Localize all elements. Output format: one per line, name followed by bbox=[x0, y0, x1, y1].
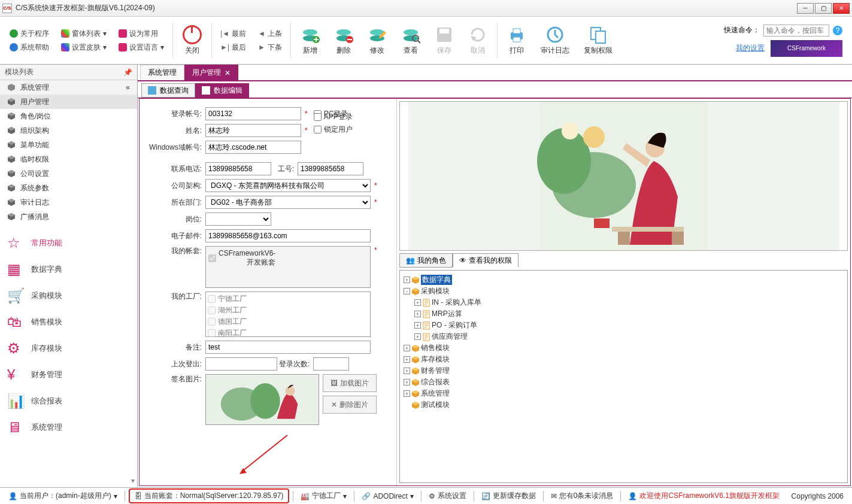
mysettings-link[interactable]: 我的设置 bbox=[736, 43, 765, 53]
help-icon[interactable]: ? bbox=[833, 26, 842, 35]
sidebar-item[interactable]: 系统参数 bbox=[0, 181, 137, 195]
sidebar-head[interactable]: 系统管理« bbox=[0, 80, 137, 95]
remark-input[interactable] bbox=[205, 341, 371, 354]
del-photo-button[interactable]: ✕ 删除图片 bbox=[323, 396, 377, 414]
sidebar-item[interactable]: 临时权限 bbox=[0, 152, 137, 166]
status-factory[interactable]: 🏭 宁德工厂 ▾ bbox=[297, 491, 350, 501]
prev-button[interactable]: ◄上条 bbox=[257, 28, 283, 40]
status-dbset[interactable]: 🗄 当前账套：Normal(SqlServer:120.79.85.97) bbox=[129, 488, 290, 503]
logincount-input[interactable] bbox=[313, 357, 349, 371]
setdefault-button[interactable]: 设为常用 bbox=[117, 28, 165, 40]
edit-button[interactable]: 修改 bbox=[362, 23, 393, 58]
tree-node[interactable]: +财务管理 bbox=[404, 365, 844, 377]
syshelp-button[interactable]: 系统帮助 bbox=[8, 41, 50, 54]
tab-usermanage[interactable]: 用户管理✕ bbox=[184, 65, 238, 80]
minimize-button[interactable]: ─ bbox=[797, 3, 814, 14]
name-input[interactable] bbox=[205, 124, 301, 137]
bignav-item[interactable]: 🖥系统管理 bbox=[0, 414, 137, 441]
bignav-item[interactable]: ▦数据字典 bbox=[0, 256, 137, 283]
tree-node[interactable]: +综合报表 bbox=[404, 377, 844, 388]
status-refresh[interactable]: 🔄 更新缓存数据 bbox=[478, 491, 539, 501]
tree-node[interactable]: +PO - 采购订单 bbox=[404, 320, 844, 331]
tree-node[interactable]: +数据字典 bbox=[404, 274, 844, 286]
svg-point-8 bbox=[404, 35, 418, 41]
dept-select[interactable]: DG02 - 电子商务部 bbox=[205, 196, 371, 209]
workno-input[interactable] bbox=[298, 162, 363, 175]
rtab-roles[interactable]: 👥 我的角色 bbox=[399, 253, 453, 268]
tree-node[interactable]: +供应商管理 bbox=[404, 331, 844, 342]
sidebar-item[interactable]: 组织架构 bbox=[0, 123, 137, 138]
sidebar-item[interactable]: 广播消息 bbox=[0, 210, 137, 224]
audit-button[interactable]: 审计日志 bbox=[535, 23, 575, 58]
add-button[interactable]: 新增 bbox=[295, 23, 326, 58]
tel-input[interactable] bbox=[205, 162, 271, 175]
account-input[interactable] bbox=[205, 107, 301, 120]
svg-rect-35 bbox=[594, 218, 610, 228]
bignav-item[interactable]: ☆常用功能 bbox=[0, 230, 137, 256]
ribbon: 关于程序 系统帮助 窗体列表 ▾ 设置皮肤 ▾ 设为常用 设置语言 ▾ 关闭 |… bbox=[0, 17, 852, 65]
myset-list[interactable]: CSFrameworkV6-开发账套 bbox=[205, 246, 371, 288]
svg-rect-34 bbox=[672, 232, 684, 245]
status-syscfg[interactable]: ⚙ 系统设置 bbox=[425, 491, 470, 501]
setskin-button[interactable]: 设置皮肤 ▾ bbox=[60, 41, 108, 54]
tree-node[interactable]: +MRP运算 bbox=[404, 308, 844, 320]
status-user[interactable]: 👤 当前用户：(admin-超级用户) ▾ bbox=[5, 491, 121, 501]
delete-button[interactable]: 删除 bbox=[328, 23, 359, 58]
rtab-perms[interactable]: 👁 查看我的权限 bbox=[453, 253, 519, 268]
pos-select[interactable] bbox=[205, 212, 271, 226]
bignav-item[interactable]: 📊综合报表 bbox=[0, 388, 137, 414]
status-msg[interactable]: ✉ 您有0条未读消息 bbox=[547, 491, 617, 501]
email-input[interactable] bbox=[205, 229, 371, 242]
tree-node[interactable]: +IN - 采购入库单 bbox=[404, 297, 844, 308]
status-welcome: 👤 欢迎使用CSFrameworkV6.1旗舰版开发框架 bbox=[624, 491, 783, 501]
tree-node[interactable]: +库存模块 bbox=[404, 354, 844, 365]
company-select[interactable]: DGXQ - 东莞喜鹊网络科技有限公司 bbox=[205, 179, 371, 192]
last-button[interactable]: ►|最后 bbox=[219, 41, 247, 54]
ck-app[interactable]: APP登录 bbox=[314, 112, 374, 122]
tab-close-icon[interactable]: ✕ bbox=[225, 69, 231, 77]
maximize-button[interactable]: ▢ bbox=[815, 3, 832, 14]
sidebar-item[interactable]: 公司设置 bbox=[0, 166, 137, 181]
ck-lock[interactable]: 锁定用户 bbox=[314, 125, 374, 135]
perm-tree[interactable]: +数据字典-采购模块+IN - 采购入库单+MRP运算+PO - 采购订单+供应… bbox=[399, 270, 848, 483]
save-button[interactable]: 保存 bbox=[429, 23, 460, 58]
tree-node[interactable]: -采购模块 bbox=[404, 286, 844, 297]
copyperm-button[interactable]: 复制权限 bbox=[578, 23, 618, 58]
factory-list[interactable]: 宁德工厂 湖州工厂 德国工厂 南阳工厂 bbox=[205, 292, 371, 337]
bignav-item[interactable]: ⚙库存模块 bbox=[0, 335, 137, 362]
bignav-item[interactable]: 🛍销售模块 bbox=[0, 309, 137, 335]
load-photo-button[interactable]: 🖼 加载图片 bbox=[323, 374, 377, 392]
about-button[interactable]: 关于程序 bbox=[8, 28, 50, 40]
tree-node[interactable]: 测试模块 bbox=[404, 399, 844, 411]
subtab-query[interactable]: 数据查询 bbox=[141, 83, 195, 98]
close-button[interactable]: ✕ bbox=[833, 3, 850, 14]
svg-rect-12 bbox=[439, 29, 449, 34]
lastlogin-input[interactable] bbox=[205, 357, 277, 371]
first-button[interactable]: |◄最前 bbox=[219, 28, 247, 40]
tree-node[interactable]: +系统管理 bbox=[404, 388, 844, 399]
sidebar-more[interactable]: ▾ bbox=[0, 474, 137, 487]
setlang-button[interactable]: 设置语言 ▾ bbox=[117, 41, 165, 54]
next-button[interactable]: ►下条 bbox=[257, 41, 283, 54]
domain-input[interactable] bbox=[205, 141, 301, 154]
pin-icon[interactable]: 📌 bbox=[123, 68, 132, 77]
bignav-item[interactable]: ¥财务管理 bbox=[0, 362, 137, 388]
sidebar-item[interactable]: 菜单功能 bbox=[0, 138, 137, 152]
bignav-item[interactable]: 🛒采购模块 bbox=[0, 283, 137, 309]
svg-point-23 bbox=[250, 383, 280, 418]
sidebar-item[interactable]: 角色/岗位 bbox=[0, 109, 137, 123]
sidebar-item[interactable]: 审计日志 bbox=[0, 195, 137, 210]
tab-sysmanage[interactable]: 系统管理 bbox=[140, 65, 184, 80]
tree-node[interactable]: +销售模块 bbox=[404, 342, 844, 354]
status-ado[interactable]: 🔗 ADODirect ▾ bbox=[358, 492, 417, 500]
view-button[interactable]: 查看 bbox=[395, 23, 426, 58]
winlist-button[interactable]: 窗体列表 ▾ bbox=[60, 28, 108, 40]
sidebar-item[interactable]: 用户管理 bbox=[0, 95, 137, 109]
close-action[interactable]: 关闭 bbox=[177, 23, 208, 58]
cancel-button[interactable]: 取消 bbox=[462, 23, 493, 58]
quickcmd-input[interactable] bbox=[763, 25, 829, 37]
status-copy: Copyrights 2006 bbox=[788, 492, 847, 500]
subtab-edit[interactable]: 数据编辑 bbox=[195, 83, 249, 98]
print-button[interactable]: 打印 bbox=[501, 23, 532, 58]
sidebar: 模块列表📌 系统管理« 用户管理角色/岗位组织架构菜单功能临时权限公司设置系统参… bbox=[0, 65, 138, 487]
